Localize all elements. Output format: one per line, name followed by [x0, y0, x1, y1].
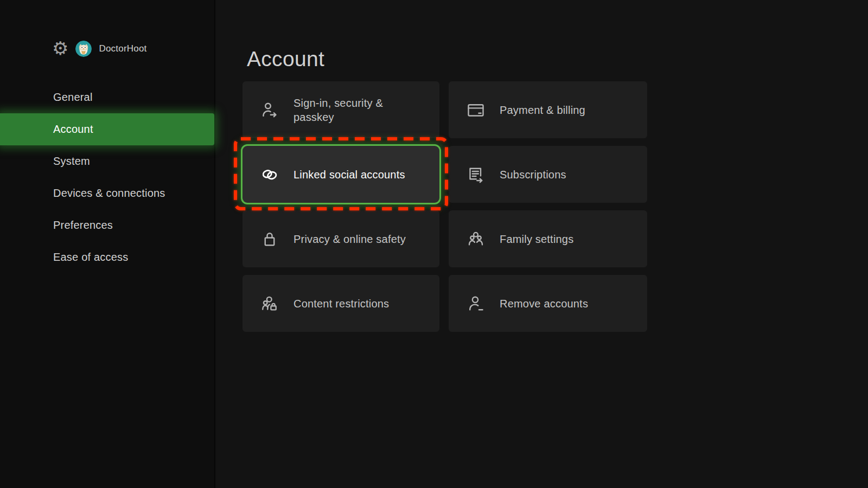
sidebar-item-devices-connections[interactable]: Devices & connections	[0, 177, 214, 209]
tile-label: Family settings	[500, 232, 573, 246]
tile-label: Privacy & online safety	[293, 232, 406, 246]
tile-content-restrictions[interactable]: Content restrictions	[242, 275, 439, 332]
owl-avatar-graphic	[75, 41, 92, 57]
xbox-settings-screen: ⚙ DoctorHoot GeneralAccountSystemDevices…	[0, 0, 868, 488]
settings-sidebar: ⚙ DoctorHoot GeneralAccountSystemDevices…	[0, 0, 215, 488]
tile-linked-social-accounts[interactable]: Linked social accounts	[242, 146, 439, 203]
sidebar-item-label: System	[53, 155, 90, 168]
sidebar-item-label: Account	[53, 123, 93, 136]
sidebar-item-preferences[interactable]: Preferences	[0, 209, 214, 241]
gear-icon[interactable]: ⚙	[52, 39, 68, 57]
lock-icon	[260, 229, 279, 249]
person-lock-icon	[260, 294, 279, 313]
sidebar-item-system[interactable]: System	[0, 145, 214, 177]
sidebar-item-label: Devices & connections	[53, 187, 165, 200]
tile-label: Subscriptions	[500, 168, 566, 182]
document-arrow-icon	[466, 165, 486, 184]
sidebar-item-ease-of-access[interactable]: Ease of access	[0, 241, 214, 273]
sidebar-item-label: Ease of access	[53, 251, 128, 264]
sidebar-item-general[interactable]: General	[0, 81, 214, 113]
person-remove-icon	[466, 294, 486, 313]
tile-privacy-online-safety[interactable]: Privacy & online safety	[242, 210, 439, 267]
tile-subscriptions[interactable]: Subscriptions	[449, 146, 647, 203]
person-arrow-icon	[260, 100, 279, 120]
tile-label: Content restrictions	[293, 297, 389, 311]
profile-row: ⚙ DoctorHoot	[52, 38, 146, 60]
tile-family-settings[interactable]: Family settings	[449, 210, 647, 267]
sidebar-item-label: General	[53, 91, 93, 104]
tile-label: Payment & billing	[500, 103, 585, 117]
tile-payment-billing[interactable]: Payment & billing	[449, 81, 647, 138]
tile-remove-accounts[interactable]: Remove accounts	[449, 275, 647, 332]
link-icon	[260, 165, 279, 184]
user-avatar[interactable]	[75, 41, 92, 57]
sidebar-item-account[interactable]: Account	[0, 113, 214, 145]
tile-label: Sign-in, security & passkey	[293, 96, 416, 124]
page-title: Account	[247, 47, 324, 72]
username-label: DoctorHoot	[99, 43, 146, 54]
family-icon	[466, 229, 486, 249]
sidebar-item-label: Preferences	[53, 219, 113, 232]
tile-label: Linked social accounts	[293, 168, 405, 182]
tile-label: Remove accounts	[500, 297, 588, 311]
credit-card-icon	[466, 100, 486, 120]
tile-sign-in-security-passkey[interactable]: Sign-in, security & passkey	[242, 81, 439, 138]
